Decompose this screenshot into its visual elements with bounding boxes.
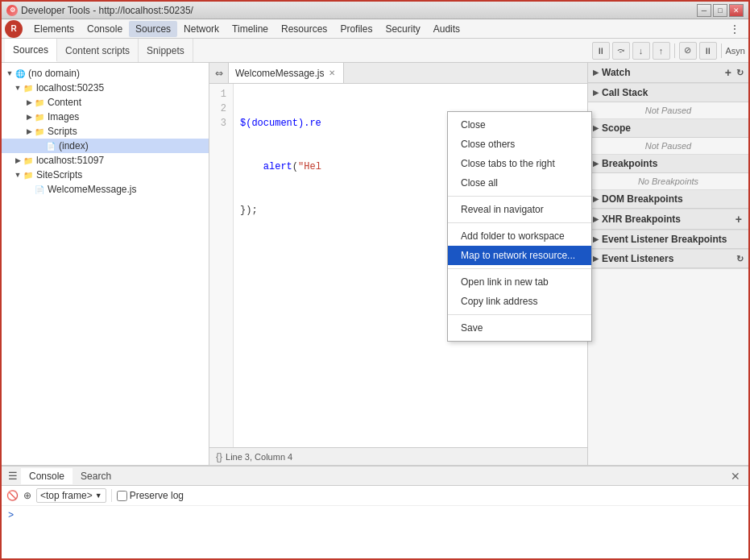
tree-item-no-domain[interactable]: ▼ 🌐 (no domain) (2, 66, 209, 81)
menu-resources[interactable]: Resources (275, 21, 334, 37)
pause-on-exceptions-button[interactable]: ⏸ (699, 42, 717, 60)
ctx-open-new-tab[interactable]: Open link in new tab (448, 272, 591, 292)
watch-header[interactable]: ▶ Watch + ↻ (588, 63, 748, 83)
bottom-close-button[interactable]: ✕ (731, 470, 745, 483)
file-tree-panel: ▼ 🌐 (no domain) ▼ 📁 localhost:50235 ▶ 📁 … (2, 63, 209, 465)
tree-item-scripts[interactable]: ▶ 📁 Scripts (2, 124, 209, 139)
preserve-log-label[interactable]: Preserve log (117, 490, 184, 501)
menu-sources[interactable]: Sources (129, 21, 177, 37)
close-button[interactable]: ✕ (729, 4, 744, 17)
tab-close-button[interactable]: ✕ (327, 68, 337, 78)
ctx-save[interactable]: Save (448, 318, 591, 338)
tab-content-scripts[interactable]: Content scripts (57, 39, 139, 62)
expand-tabs-button[interactable]: ⇔ (209, 63, 229, 84)
tree-label: localhost:50235 (36, 82, 104, 93)
menu-console[interactable]: Console (81, 21, 129, 37)
step-into-button[interactable]: ↓ (632, 42, 650, 60)
window-title: Developer Tools - http://localhost:50235… (21, 5, 193, 16)
call-stack-content: Not Paused (588, 102, 748, 118)
xhr-breakpoints-label: XHR Breakpoints (602, 214, 681, 225)
ctx-reveal-navigator[interactable]: Reveal in navigator (448, 200, 591, 219)
step-out-button[interactable]: ↑ (653, 42, 670, 60)
frame-selector[interactable]: <top frame> ▼ (36, 488, 106, 503)
ctx-close-tabs-right[interactable]: Close tabs to the right (448, 154, 591, 173)
ctx-sep-1 (448, 196, 591, 197)
call-stack-arrow-icon: ▶ (593, 89, 599, 97)
code-editor-panel: ⇔ WelcomeMessage.js ✕ 1 2 3 $(document).… (209, 63, 587, 465)
async-label: Asyn (726, 46, 745, 56)
file-icon: 📄 (45, 140, 56, 151)
menu-network[interactable]: Network (177, 21, 226, 37)
dom-breakpoints-section: ▶ DOM Breakpoints (588, 190, 748, 209)
search-tab[interactable]: Search (73, 468, 119, 484)
ctx-copy-link[interactable]: Copy link address (448, 292, 591, 311)
arrow-icon: ▶ (24, 112, 34, 122)
deactivate-breakpoints-button[interactable]: ⊘ (679, 42, 697, 60)
code-tab-welcomemessage[interactable]: WelcomeMessage.js ✕ (229, 63, 344, 83)
menu-profiles[interactable]: Profiles (334, 21, 379, 37)
folder-icon: 📁 (34, 97, 45, 108)
console-prompt[interactable]: > (8, 510, 14, 521)
event-listeners-refresh-button[interactable]: ↻ (736, 254, 744, 264)
tree-item-content[interactable]: ▶ 📁 Content (2, 95, 209, 110)
ctx-close-all[interactable]: Close all (448, 173, 591, 193)
scope-header[interactable]: ▶ Scope (588, 119, 748, 138)
tree-item-sitescripts[interactable]: ▼ 📁 SiteScripts (2, 168, 209, 182)
menu-timeline[interactable]: Timeline (226, 21, 275, 37)
bottom-panel-toggle[interactable]: ☰ (5, 470, 21, 482)
tree-item-welcomemessage[interactable]: 📄 WelcomeMessage.js (2, 182, 209, 197)
menu-audits[interactable]: Audits (427, 21, 466, 37)
debug-toolbar: ⏸ ⤼ ↓ ↑ ⊘ ⏸ Asyn (592, 42, 745, 60)
tab-snippets[interactable]: Snippets (139, 39, 193, 62)
frame-arrow-icon: ▼ (95, 492, 102, 500)
tree-item-localhost-50235[interactable]: ▼ 📁 localhost:50235 (2, 81, 209, 95)
xhr-breakpoints-section: ▶ XHR Breakpoints + (588, 209, 748, 230)
tree-item-localhost-51097[interactable]: ▶ 📁 localhost:51097 (2, 153, 209, 168)
event-listener-bp-label: Event Listener Breakpoints (602, 234, 727, 245)
step-over-button[interactable]: ⤼ (612, 42, 630, 60)
minimize-button[interactable]: ─ (697, 4, 711, 17)
watch-refresh-button[interactable]: ↻ (736, 68, 744, 78)
arrow-icon: ▶ (24, 97, 34, 107)
restore-button[interactable]: □ (713, 4, 727, 17)
event-listeners-label: Event Listeners (602, 253, 673, 264)
call-stack-header[interactable]: ▶ Call Stack (588, 84, 748, 102)
folder-icon: 📁 (23, 155, 34, 166)
ctx-close-others[interactable]: Close others (448, 135, 591, 154)
ctx-map-network[interactable]: Map to network resource... (448, 246, 591, 265)
tree-item-index[interactable]: 📄 (index) (2, 139, 209, 153)
sources-sub-tabs: Sources Content scripts Snippets (5, 39, 193, 62)
arrow-icon: ▼ (13, 170, 23, 180)
ctx-add-workspace[interactable]: Add folder to workspace (448, 226, 591, 246)
scope-arrow-icon: ▶ (593, 124, 599, 132)
xhr-breakpoints-header[interactable]: ▶ XHR Breakpoints + (588, 209, 748, 230)
ctx-close[interactable]: Close (448, 115, 591, 135)
dom-breakpoints-header[interactable]: ▶ DOM Breakpoints (588, 190, 748, 209)
debugger-panel: ▶ Watch + ↻ ▶ Call Stack Not (587, 63, 748, 465)
ctx-sep-4 (448, 314, 591, 315)
breakpoints-arrow-icon: ▶ (593, 160, 599, 168)
preserve-log-checkbox[interactable] (117, 491, 127, 501)
clear-console-icon[interactable]: 🚫 (6, 490, 19, 501)
tree-label: localhost:51097 (36, 155, 104, 166)
console-tab[interactable]: Console (21, 468, 73, 484)
scope-content: Not Paused (588, 138, 748, 154)
call-stack-section: ▶ Call Stack Not Paused (588, 84, 748, 119)
pause-resume-button[interactable]: ⏸ (592, 42, 610, 60)
tab-sources[interactable]: Sources (5, 39, 57, 62)
tree-item-images[interactable]: ▶ 📁 Images (2, 110, 209, 124)
tree-label: WelcomeMessage.js (48, 184, 136, 195)
xhr-add-button[interactable]: + (734, 213, 744, 226)
watch-label: Watch (602, 67, 631, 78)
menu-more[interactable]: ⋮ (729, 23, 745, 35)
tree-label: SiteScripts (36, 169, 82, 180)
filter-icon[interactable]: ⊕ (23, 490, 31, 501)
menu-elements[interactable]: Elements (27, 21, 81, 37)
menu-security[interactable]: Security (379, 21, 426, 37)
more-options-icon[interactable]: ⋮ (729, 23, 740, 35)
breakpoints-header[interactable]: ▶ Breakpoints (588, 155, 748, 173)
event-listeners-header[interactable]: ▶ Event Listeners ↻ (588, 250, 748, 268)
event-listener-bp-header[interactable]: ▶ Event Listener Breakpoints (588, 230, 748, 249)
watch-add-button[interactable]: + (723, 66, 733, 79)
app-logo: ⚙ (6, 5, 18, 16)
